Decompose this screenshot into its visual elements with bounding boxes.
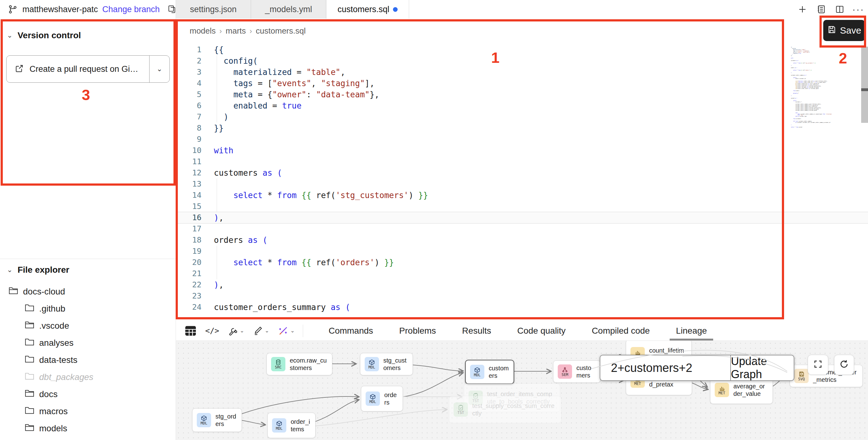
- cube-icon: MDL: [272, 418, 286, 433]
- code-text: ): [214, 111, 228, 123]
- code-line-23[interactable]: 23: [176, 290, 868, 302]
- lineage-node-customers[interactable]: MDLcustomers: [465, 360, 514, 384]
- code-line-14[interactable]: 14 select * from {{ ref('stg_customers')…: [176, 190, 868, 201]
- code-line-22[interactable]: 22),: [176, 279, 868, 290]
- panel-tab-problems[interactable]: Problems: [386, 321, 449, 341]
- explorer-item-.github[interactable]: .github: [0, 300, 176, 317]
- code-line-18[interactable]: 18orders as (: [176, 234, 868, 246]
- chevron-down-icon[interactable]: ⌄: [240, 327, 244, 334]
- lineage-selector-bar: 2+customers+2 Update Graph: [600, 355, 794, 381]
- code-line-11[interactable]: 11: [176, 156, 868, 167]
- save-button[interactable]: Save: [823, 20, 865, 41]
- explorer-item-macros[interactable]: macros: [0, 403, 176, 420]
- format-icon[interactable]: [253, 326, 263, 336]
- code-line-20[interactable]: 20 select * from {{ ref('orders') }}: [176, 257, 868, 268]
- code-line-16[interactable]: 16),: [176, 212, 868, 223]
- code-line-8[interactable]: 8}}: [176, 123, 868, 134]
- tab-customers.sql[interactable]: customers.sql: [326, 0, 409, 19]
- ellipsis-icon[interactable]: ···: [853, 4, 864, 14]
- dbt-cloud-ide: matthewshaver-patc Change branch setting…: [0, 0, 868, 440]
- refresh-button[interactable]: [834, 355, 854, 375]
- code-text: ),: [214, 212, 223, 223]
- update-graph-button[interactable]: Update Graph: [731, 355, 794, 380]
- line-number: 4: [176, 78, 202, 89]
- scrollbar-track[interactable]: [861, 46, 868, 123]
- version-control-title: Version control: [18, 30, 81, 40]
- annotation-label-3: 3: [82, 87, 90, 103]
- code-line-19[interactable]: 19: [176, 246, 868, 257]
- breadcrumb-file[interactable]: customers.sql: [256, 26, 306, 36]
- breadcrumb-models[interactable]: models: [190, 26, 216, 36]
- annotation-label-1: 1: [491, 49, 500, 66]
- code-line-12[interactable]: 12customers as (: [176, 167, 868, 179]
- code-line-21[interactable]: 21: [176, 268, 868, 279]
- explorer-item-dbt_packages[interactable]: dbt_packages: [0, 369, 176, 385]
- branch-name: matthewshaver-patc: [22, 5, 98, 14]
- code-lines[interactable]: 1{{2 config(3 materialized = "table",4 t…: [176, 44, 868, 313]
- explorer-item-docs-cloud[interactable]: docs-cloud: [0, 283, 176, 300]
- pr-dropdown-caret[interactable]: ⌄: [150, 56, 169, 83]
- window-icons: ···: [797, 0, 864, 19]
- split-view-icon[interactable]: [834, 4, 845, 14]
- code-line-3[interactable]: 3 materialized = "table",: [176, 67, 868, 78]
- lineage-node-stg_orders[interactable]: MDLstg_orders: [192, 408, 242, 432]
- table-icon[interactable]: [185, 325, 196, 336]
- explorer-item-.vscode[interactable]: .vscode: [0, 317, 176, 334]
- create-pr-main[interactable]: Create a pull request on Gi…: [6, 56, 149, 83]
- code-text: tags = ["events", "staging"],: [214, 78, 375, 89]
- panel-tab-compiled-code[interactable]: Compiled code: [579, 321, 663, 341]
- code-line-13[interactable]: 13: [176, 179, 868, 190]
- code-line-4[interactable]: 4 tags = ["events", "staging"],: [176, 78, 868, 89]
- panel-tab-lineage[interactable]: Lineage: [663, 321, 720, 341]
- tab-settings.json[interactable]: settings.json: [176, 0, 251, 19]
- explorer-item-analyses[interactable]: analyses: [0, 334, 176, 351]
- explorer-item-label: .github: [39, 304, 65, 314]
- code-line-9[interactable]: 9: [176, 134, 868, 145]
- lineage-node-test_supply_costs_sum_correctly[interactable]: TSTtest_supply_costs_sum_correctly: [449, 396, 561, 423]
- change-branch-link[interactable]: Change branch: [102, 5, 160, 14]
- create-pr-button[interactable]: Create a pull request on Gi… ⌄: [6, 55, 170, 83]
- code-line-7[interactable]: 7 ): [176, 111, 868, 123]
- breadcrumb-marts[interactable]: marts: [226, 26, 246, 36]
- fullscreen-button[interactable]: [808, 355, 828, 375]
- code-line-6[interactable]: 6 enabled = true: [176, 100, 868, 111]
- code-text: meta = {"owner": "data-team"},: [214, 89, 379, 100]
- code-line-15[interactable]: 15: [176, 201, 868, 212]
- version-control-header[interactable]: ⌄ Version control: [0, 30, 81, 40]
- panel-tab-commands[interactable]: Commands: [315, 321, 386, 341]
- line-number: 17: [176, 223, 202, 234]
- code-line-17[interactable]: 17: [176, 223, 868, 234]
- explorer-item-data-tests[interactable]: data-tests: [0, 351, 176, 369]
- file-explorer-header[interactable]: ⌄ File explorer: [0, 260, 176, 279]
- cube-icon: MDL: [470, 365, 484, 379]
- explorer-item-docs[interactable]: docs: [0, 385, 176, 403]
- code-line-10[interactable]: 10with: [176, 145, 868, 156]
- explorer-item-models[interactable]: models: [0, 420, 176, 437]
- code-editor[interactable]: models › marts › customers.sql 1{{2 conf…: [176, 19, 868, 321]
- tab-label: customers.sql: [338, 5, 390, 14]
- code-line-24[interactable]: 24customer_orders_summary as (: [176, 302, 868, 313]
- lineage-node-order_items[interactable]: MDLorder_items: [267, 413, 315, 438]
- code-line-2[interactable]: 2 config(: [176, 55, 868, 67]
- panel-tab-results[interactable]: Results: [449, 321, 504, 341]
- lineage-selector-input[interactable]: 2+customers+2: [600, 355, 730, 380]
- tab-_models.yml[interactable]: _models.yml: [251, 0, 326, 19]
- notebook-icon[interactable]: [816, 4, 826, 14]
- lineage-node-customers[interactable]: SEMcustomers: [553, 360, 601, 383]
- lineage-node-ecom.raw_customers[interactable]: SRCecom.raw_customers: [267, 353, 332, 375]
- code-line-5[interactable]: 5 meta = {"owner": "data-team"},: [176, 89, 868, 100]
- lineage-node-stg_customers[interactable]: MDLstg_customers: [360, 353, 413, 375]
- panel-tab-code-quality[interactable]: Code quality: [504, 321, 579, 341]
- wand-icon[interactable]: [278, 325, 288, 336]
- lineage-node-orders[interactable]: MDLorders: [361, 386, 403, 411]
- wrench-icon[interactable]: [228, 326, 238, 336]
- plus-icon[interactable]: [797, 4, 808, 14]
- code-line-1[interactable]: 1{{: [176, 44, 868, 55]
- minimap[interactable]: {{ config( materialized = "table", tags …: [791, 46, 858, 221]
- lineage-canvas[interactable]: SRCecom.raw_customersMDLstg_customersMDL…: [176, 341, 868, 440]
- code-icon[interactable]: </>: [205, 326, 219, 335]
- chevron-down-icon[interactable]: ⌄: [265, 327, 269, 334]
- scrollbar-thumb[interactable]: [861, 88, 868, 91]
- line-number: 12: [176, 167, 202, 179]
- chevron-down-icon[interactable]: ⌄: [290, 327, 295, 334]
